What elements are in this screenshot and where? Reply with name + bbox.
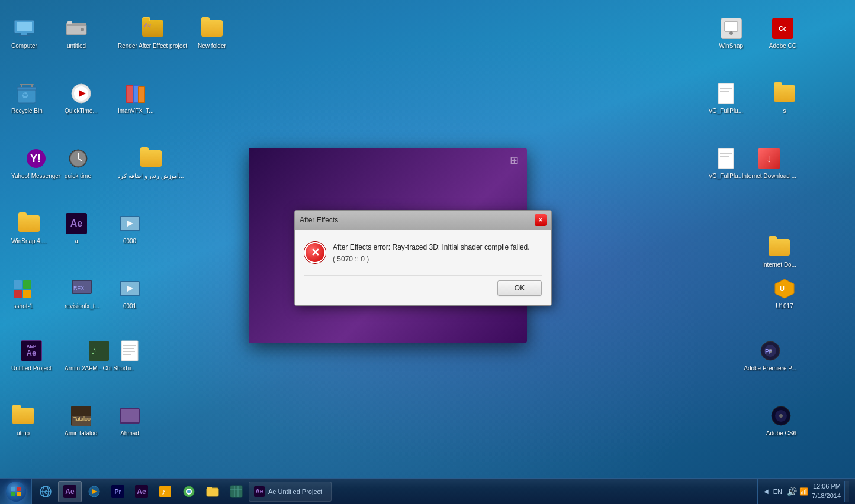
ok-button[interactable]: OK [497,280,542,296]
taskbar-item-premiere[interactable]: Pr [107,481,129,502]
lang-indicator: EN [771,488,785,495]
desktop-icon-0001[interactable]: 0001 [115,272,144,312]
svg-point-7 [81,28,84,31]
utmp-folder-icon [11,404,35,428]
desktop-icon-computer[interactable]: Computer [9,12,40,52]
taskbar-item-chrome[interactable] [178,481,200,502]
adobe-pp-label: Adobe Premiere P... [744,365,796,372]
svg-rect-72 [17,487,21,491]
tray-arrow[interactable]: ◀ [764,488,769,495]
dialog-close-button[interactable]: × [535,214,547,226]
video2-icon [118,277,142,301]
internet-do-folder-icon [767,235,791,259]
volume-icon[interactable]: 🔊 [787,487,797,496]
quicktime-label: QuickTime... [65,108,98,115]
desktop-icon-utmp[interactable]: utmp [9,399,37,440]
winsnap-folder-icon [17,212,41,235]
desktop-icon-imanvfx[interactable]: ImanVFX_T... [115,77,156,117]
desktop-icon-s-folder[interactable]: s [770,77,799,117]
desktop-icon-ii[interactable]: ii [115,334,144,374]
desktop-icon-winsnap-r[interactable]: WinSnap [716,12,745,52]
ae-untitled-icon: AEP Ae [20,339,43,363]
svg-marker-62 [775,279,794,298]
desktop-icon-sshot[interactable]: sshot-1 [9,272,37,312]
desktop-icon-quicktime2[interactable]: quick time [62,142,94,182]
svg-rect-2 [21,33,27,35]
svg-rect-56 [718,83,734,104]
desktop-icon-recycle[interactable]: ♻ Recycle Bin [9,77,45,117]
show-desktop-button[interactable] [844,481,849,502]
untitled-label: untitled [67,43,86,50]
svg-rect-35 [23,290,31,298]
svg-rect-3 [19,35,30,36]
music-icon: ♪ [87,339,111,363]
desktop-icon-internet-dl[interactable]: ↓ Internet Download ... [740,142,799,182]
desktop-icon-vc-full1[interactable]: VC_FullPlu... [706,77,745,117]
internet-dl-icon: ↓ [757,147,781,170]
dialog-error-code: ( 5070 :: 0 ) [333,255,530,263]
desktop-icon-adobecc[interactable]: Cc Adobe CC [767,12,799,52]
ii-label: ii [128,365,131,372]
taskbar-open-window[interactable]: Ae Ae Untitled Project [249,482,332,502]
new-folder-label: New folder [198,43,226,50]
clock[interactable]: 12:06 PM 7/18/2014 [812,482,841,500]
svg-rect-74 [17,492,21,496]
amir-icon: Tataloo [69,404,93,428]
adobecc-label: Adobe CC [769,43,796,50]
svg-rect-59 [718,148,734,169]
start-button[interactable] [0,479,32,505]
desktop-icon-adobe-cs6[interactable]: Adobe CS6 [764,399,799,440]
taskbar-item-ae2[interactable]: Ae [130,481,153,502]
s-folder-icon [773,82,796,105]
desktop-icon-quicktime[interactable]: QuickTime... [62,77,100,117]
desktop-icon-adobe-pp[interactable]: Pr Adobe Premiere P... [741,334,799,374]
start-orb [6,482,26,502]
desktop-icon-winsnap4[interactable]: WinSnap.4.... [9,207,49,247]
desktop-icon-ae-untitled[interactable]: AEP Ae Untitled Project [9,334,54,374]
desktop-icon-new-folder[interactable]: New folder [195,12,229,52]
open-window-label: Ae Untitled Project [268,488,322,495]
desktop-icon-internet-do[interactable]: Internet.Do... [760,231,799,271]
svg-rect-86 [207,488,218,496]
desktop-icon-ahmad[interactable]: Ahmad [115,399,144,440]
revisionfx-label: revisionfx_t... [65,303,99,310]
computer-label: Computer [11,43,37,50]
svg-rect-46 [123,348,134,349]
svg-text:Tataloo: Tataloo [73,416,91,422]
sshot-label: sshot-1 [14,303,33,310]
taskbar-item-table[interactable] [225,481,247,502]
taskbar-item-ae[interactable]: Ae [58,481,82,502]
svg-rect-1 [17,22,32,31]
desktop-icon-0000[interactable]: 0000 [115,207,144,247]
quicktime-icon [69,82,93,105]
svg-rect-61 [720,156,729,157]
taskbar-item-media[interactable] [83,481,105,502]
desktop-icon-ae-a[interactable]: Ae a [62,207,91,247]
svg-rect-32 [14,280,22,289]
colorful-icon: U [773,277,796,301]
s-folder-label: s [783,108,786,115]
network-icon[interactable]: 📶 [799,487,808,496]
svg-rect-58 [720,91,729,92]
imanvfx-label: ImanVFX_T... [118,108,154,115]
svg-rect-47 [123,351,135,352]
svg-text:e: e [44,489,48,495]
desktop-icon-learning[interactable]: آموزش رندر و اضافه کرد... [115,142,186,182]
desktop-icon-untitled[interactable]: untitled [62,12,91,52]
taskbar-item-fl[interactable]: ♪ [154,481,176,502]
internet-do-label: Internet.Do... [762,261,796,269]
desktop-icon-u1017[interactable]: U U1017 [770,272,799,312]
video-icon [118,212,142,235]
render-ae-label: Render After Effect project [118,43,187,50]
desktop-icon-render-ae[interactable]: Ae Render After Effect project [115,12,189,52]
error-dialog: After Effects × ✕ After Effects error: R… [294,210,552,306]
u1017-label: U1017 [776,303,793,310]
taskbar-item-ie[interactable]: e [34,481,57,502]
taskbar-item-folder[interactable] [201,481,224,502]
svg-point-55 [729,31,733,35]
desktop-icon-amir[interactable]: Tataloo Amir Tataloo [62,399,99,440]
svg-rect-71 [11,487,15,491]
desktop-icon-revisionfx[interactable]: RFX revisionfx_t... [62,272,102,312]
svg-rect-53 [121,409,139,422]
desktop-icon-yahoo[interactable]: Y! Yahoo! Messenger [9,142,63,182]
